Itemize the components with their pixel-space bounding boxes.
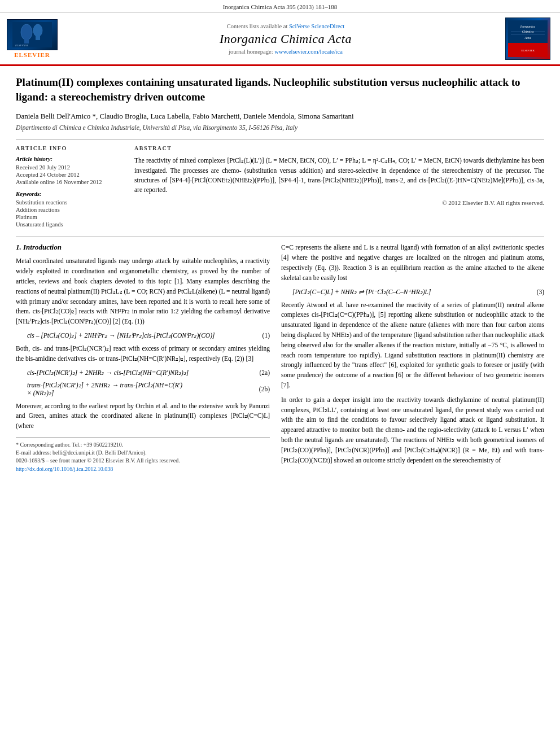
article-info-column: ARTICLE INFO Article history: Received 2… — [16, 145, 123, 229]
svg-text:ELSEVIER: ELSEVIER — [15, 44, 28, 47]
svg-text:ELSEVIER: ELSEVIER — [521, 49, 535, 52]
corresponding-footnote: * Corresponding author. Tel.: +39 050221… — [16, 441, 270, 449]
svg-text:Chimica: Chimica — [522, 30, 533, 33]
right-paragraph-2: Recently Atwood et al. have re-examined … — [281, 300, 544, 391]
elsevier-logo-section: ELSEVIER ELSEVIER — [7, 18, 69, 60]
info-abstract-section: ARTICLE INFO Article history: Received 2… — [16, 145, 544, 229]
intro-paragraph-3: Moreover, according to the earliest repo… — [16, 401, 270, 431]
svg-text:Inorganica: Inorganica — [520, 25, 535, 28]
article-info-heading: ARTICLE INFO — [16, 145, 123, 151]
abstract-heading: ABSTRACT — [134, 145, 544, 151]
equation-1-number: (1) — [262, 332, 270, 339]
sciverse-link[interactable]: SciVerse ScienceDirect — [289, 23, 344, 29]
divider-1 — [16, 139, 544, 139]
journal-logo-section: Inorganica Chimica Acta ELSEVIER — [502, 18, 553, 60]
keyword-3: Platinum — [16, 214, 123, 220]
equation-2a-text: cis-[PtCl₂(NCR′)₂] + 2NHR₂ → cis-[PtCl₂(… — [27, 369, 253, 377]
article-history-label: Article history: — [16, 156, 123, 162]
journal-title-section: Contents lists available at SciVerse Sci… — [75, 18, 497, 60]
journal-citation-bar: Inorganica Chimica Acta 395 (2013) 181–1… — [0, 0, 560, 13]
keyword-1: Substitution reactions — [16, 199, 123, 206]
svg-rect-4 — [36, 36, 40, 40]
divider-2 — [16, 237, 544, 237]
equation-1-text: cis – [PtCl₂(CO)₂] + 2NHⁱPr₂ → [NH₂ⁱPr₂]… — [27, 331, 257, 339]
received-date: Received 20 July 2012 — [16, 164, 123, 171]
equation-1-block: cis – [PtCl₂(CO)₂] + 2NHⁱPr₂ → [NH₂ⁱPr₂]… — [27, 331, 270, 339]
abstract-column: ABSTRACT The reactivity of mixed complex… — [134, 145, 544, 229]
equation-2b-number: (2b) — [259, 386, 270, 392]
journal-logo-box: Inorganica Chimica Acta ELSEVIER — [505, 18, 550, 60]
equation-2a-number: (2a) — [259, 369, 270, 376]
elsevier-label: ELSEVIER — [14, 51, 50, 58]
journal-homepage-link[interactable]: www.elsevier.com/locate/ica — [274, 49, 343, 55]
svg-text:Acta: Acta — [524, 36, 531, 40]
svg-point-3 — [33, 24, 42, 37]
body-section: 1. Introduction Metal coordinated unsatu… — [16, 243, 544, 472]
available-date: Available online 16 November 2012 — [16, 179, 123, 185]
equation-3-number: (3) — [537, 289, 544, 295]
equation-2b-text: trans-[PtCl₂(NCR′)₂] + 2NHR₂ → trans-[Pt… — [27, 381, 253, 397]
intro-paragraph-1: Metal coordinated unsaturated ligands ma… — [16, 256, 270, 327]
keywords-label: Keywords: — [16, 191, 123, 197]
keyword-2: Addition reactions — [16, 207, 123, 213]
main-content: Platinum(II) complexes containing unsatu… — [0, 66, 560, 481]
body-left-column: 1. Introduction Metal coordinated unsatu… — [16, 243, 270, 472]
right-paragraph-3: In order to gain a deeper insight into t… — [281, 395, 544, 466]
doi-footnote: http://dx.doi.org/10.1016/j.ica.2012.10.… — [16, 466, 270, 472]
equation-2b-block: trans-[PtCl₂(NCR′)₂] + 2NHR₂ → trans-[Pt… — [27, 381, 270, 397]
svg-rect-2 — [24, 39, 29, 43]
equation-3-block: [PtCl₂(C=C)L] + NHR₂ ⇌ [Pt⁻Cl₂(C–C–N⁺HR₂… — [292, 288, 544, 296]
journal-homepage: journal homepage: www.elsevier.com/locat… — [229, 49, 343, 55]
body-right-column: C=C represents the alkene and L is a neu… — [281, 243, 544, 472]
authors: Daniela Belli Dell'Amico *, Claudio Brog… — [16, 112, 544, 121]
footnote-section: * Corresponding author. Tel.: +39 050221… — [16, 437, 270, 472]
journal-header: ELSEVIER ELSEVIER Contents lists availab… — [0, 13, 560, 66]
accepted-date: Accepted 24 October 2012 — [16, 172, 123, 178]
email-footnote: E-mail address: belli@dcci.unipi.it (D. … — [16, 449, 270, 457]
keyword-4: Unsaturated ligands — [16, 221, 123, 228]
equation-3-text: [PtCl₂(C=C)L] + NHR₂ ⇌ [Pt⁻Cl₂(C–C–N⁺HR₂… — [292, 288, 531, 296]
article-title: Platinum(II) complexes containing unsatu… — [16, 75, 544, 104]
journal-title: Inorganica Chimica Acta — [220, 32, 352, 46]
affiliation: Dipartimento di Chimica e Chimica Indust… — [16, 124, 544, 131]
journal-citation: Inorganica Chimica Acta 395 (2013) 181–1… — [223, 3, 337, 10]
right-paragraph-1: C=C represents the alkene and L is a neu… — [281, 243, 544, 283]
intro-paragraph-2: Both, cis- and trans-[PtCl₂(NCR′)₂] reac… — [16, 344, 270, 364]
equation-2a-block: cis-[PtCl₂(NCR′)₂] + 2NHR₂ → cis-[PtCl₂(… — [27, 369, 270, 377]
abstract-text: The reactivity of mixed complexes [PtCl₂… — [134, 156, 544, 195]
abstract-copyright: © 2012 Elsevier B.V. All rights reserved… — [134, 199, 544, 206]
copyright-footnote: 0020-1693/$ – see front matter © 2012 El… — [16, 457, 270, 465]
svg-point-1 — [21, 24, 32, 40]
intro-title: 1. Introduction — [16, 243, 270, 252]
elsevier-logo-image: ELSEVIER — [7, 19, 58, 50]
sciverse-text: Contents lists available at SciVerse Sci… — [227, 23, 344, 29]
elsevier-logo: ELSEVIER ELSEVIER — [7, 19, 58, 58]
